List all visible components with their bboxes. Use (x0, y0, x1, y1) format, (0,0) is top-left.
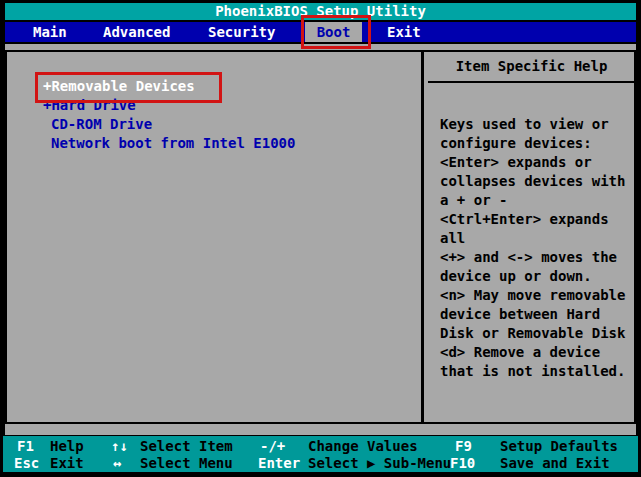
boot-item-hard-drive[interactable]: +Hard Drive (43, 96, 413, 115)
tab-main[interactable]: Main (33, 22, 67, 42)
key-f9-action: Setup Defaults (500, 437, 618, 455)
key-legend-row-1: F1 Help ↑↓ Select Item -/+ Change Values… (3, 437, 638, 455)
help-line: <Ctrl+Enter> expands (440, 210, 632, 229)
panel-divider (421, 52, 424, 422)
menu-bar: Main Advanced Security Boot Exit (5, 22, 636, 42)
key-leftright-action: Select Menu (140, 454, 233, 472)
tab-boot[interactable]: Boot (305, 22, 362, 42)
key-f1: F1 (17, 437, 34, 455)
key-esc-action: Exit (50, 454, 84, 472)
key-f9: F9 (455, 437, 472, 455)
bios-screen: PhoenixBIOS Setup Utility Main Advanced … (0, 0, 641, 477)
help-line: <d> Remove a device (440, 343, 632, 362)
help-line: all (440, 229, 632, 248)
key-f10-action: Save and Exit (500, 454, 610, 472)
help-line: Keys used to view or (440, 115, 632, 134)
tab-security[interactable]: Security (208, 22, 275, 42)
key-updown-icon: ↑↓ (111, 437, 128, 455)
help-line: Disk or Removable Disk (440, 324, 632, 343)
help-line: <Enter> expands or (440, 153, 632, 172)
key-f1-action: Help (50, 437, 84, 455)
help-line: a + or - (440, 191, 632, 210)
help-line: that is not installed. (440, 362, 632, 381)
key-minusplus-action: Change Values (308, 437, 418, 455)
key-enter: Enter (258, 454, 300, 472)
key-esc: Esc (14, 454, 39, 472)
help-panel-title: Item Specific Help (428, 52, 635, 83)
key-updown-action: Select Item (140, 437, 233, 455)
boot-item-cdrom-drive[interactable]: CD-ROM Drive (43, 115, 413, 134)
boot-item-removable-devices[interactable]: +Removable Devices (43, 77, 413, 96)
help-line: collapses devices with (440, 172, 632, 191)
help-line: device up or down. (440, 267, 632, 286)
help-line: <+> and <-> moves the (440, 248, 632, 267)
help-line: <n> May move removable (440, 286, 632, 305)
key-legend-bar: F1 Help ↑↓ Select Item -/+ Change Values… (3, 436, 638, 472)
help-line: configure devices: (440, 134, 632, 153)
tab-exit[interactable]: Exit (387, 22, 421, 42)
key-leftright-icon: ↔ (113, 454, 121, 472)
key-f10: F10 (450, 454, 475, 472)
key-legend-row-2: Esc Exit ↔ Select Menu Enter Select ▶ Su… (3, 454, 638, 472)
help-line: device between Hard (440, 305, 632, 324)
window-title: PhoenixBIOS Setup Utility (5, 3, 636, 20)
tab-advanced[interactable]: Advanced (103, 22, 170, 42)
boot-device-list: +Removable Devices +Hard Drive CD-ROM Dr… (43, 77, 413, 153)
boot-item-network-boot[interactable]: Network boot from Intel E1000 (43, 134, 413, 153)
key-minusplus: -/+ (260, 437, 285, 455)
key-enter-action: Select ▶ Sub-Menu (308, 454, 451, 472)
help-panel-text: Keys used to view or configure devices: … (440, 115, 632, 381)
